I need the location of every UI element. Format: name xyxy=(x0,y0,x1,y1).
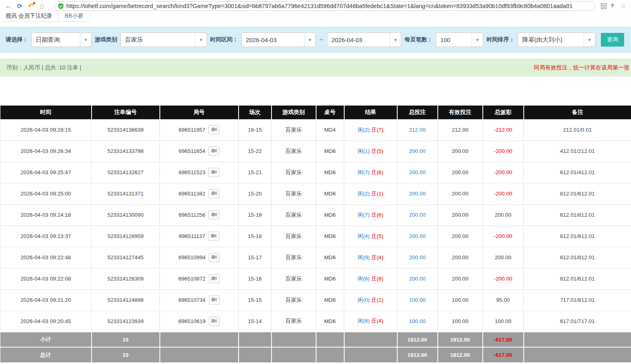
cell-game-category: 百家乐 xyxy=(272,204,316,226)
video-camera-icon xyxy=(211,233,216,239)
game-category-select[interactable]: 百家乐 ▼ xyxy=(120,33,207,47)
video-replay-button[interactable] xyxy=(208,146,219,156)
sort-order-label: 时间排序： xyxy=(486,36,515,43)
cell-session: 15-21 xyxy=(239,162,272,183)
total-bet-link[interactable]: 200.00 xyxy=(409,191,425,197)
browser-toolbar: ← ⟳ ↶ ⌂ https://iohetf.com/game/betrecor… xyxy=(0,0,631,12)
info-bar: 币别：人民币 | 总共 :10 注单 | 同局有效投注，统一计算在该局第一张 xyxy=(0,59,631,77)
cell-session: 15-18 xyxy=(239,226,272,247)
cell-time: 2026-04-03 09:28:15 xyxy=(0,119,92,140)
total-bet-link[interactable]: 100.00 xyxy=(409,297,425,303)
result-player: 闲(4) xyxy=(358,233,370,239)
cell-bet-id: 523314132627 xyxy=(92,162,160,183)
page-size-label: 每页笔数： xyxy=(404,36,433,43)
sort-order-select[interactable]: 降幂(由大到小) ▼ xyxy=(518,33,595,47)
cell-round: 696511523 xyxy=(160,162,239,183)
search-button[interactable]: 查询 xyxy=(601,33,624,47)
video-camera-icon xyxy=(211,148,217,154)
summary-empty-cell xyxy=(239,332,272,347)
cell-session: 15-14 xyxy=(239,311,272,332)
cell-bet-id: 523314130090 xyxy=(92,204,160,226)
video-replay-button[interactable] xyxy=(208,232,219,241)
cell-round: 696510872 xyxy=(160,268,239,289)
cell-result: 闲(2) 庄(7) xyxy=(344,119,397,140)
time-range-label: 时间区间： xyxy=(210,36,238,43)
video-replay-button[interactable] xyxy=(209,274,220,283)
page-size-value: 100 xyxy=(440,37,450,43)
refresh-icon[interactable]: ⟳ xyxy=(14,1,25,11)
cell-total-bet: 200.00 xyxy=(397,268,438,289)
cell-table-no: MD4 xyxy=(316,119,344,140)
cell-game-category: 百家乐 xyxy=(272,247,316,268)
total-bet-link[interactable]: 200.00 xyxy=(409,169,425,175)
table-row: 2026-04-03 09:22:08523314126309696510872… xyxy=(0,268,631,289)
cell-payout: -200.00 xyxy=(483,140,524,162)
table-row: 2026-04-03 09:25:00523314131371696511382… xyxy=(0,183,631,204)
total-bet-link[interactable]: 200.00 xyxy=(409,148,425,154)
summary-total-bet: 1812.00 xyxy=(397,332,438,347)
video-replay-button[interactable] xyxy=(209,317,220,326)
total-bet-link[interactable]: 200.00 xyxy=(409,276,425,282)
result-banker: 庄(5) xyxy=(371,148,383,154)
result-player: 闲(6) xyxy=(358,276,370,282)
cell-total-bet: 100.00 xyxy=(397,311,438,332)
back-icon[interactable]: ← xyxy=(3,1,14,11)
security-shield-icon xyxy=(58,3,63,9)
summary-label: 总计 xyxy=(0,347,92,362)
cell-valid-bet: 200.00 xyxy=(438,247,483,268)
video-replay-button[interactable] xyxy=(208,125,219,134)
total-bet-link[interactable]: 200.00 xyxy=(409,254,425,260)
chevron-down-icon: ▼ xyxy=(80,33,91,47)
bookmark-star-icon[interactable]: ☆ xyxy=(618,2,628,10)
cell-valid-bet: 200.00 xyxy=(438,226,483,247)
cell-payout: 100.00 xyxy=(483,311,524,332)
video-replay-button[interactable] xyxy=(209,253,220,262)
column-header-session: 场次 xyxy=(239,106,272,119)
undo-icon[interactable]: ↶ xyxy=(26,1,36,11)
page-size-select[interactable]: 100 ▼ xyxy=(436,33,483,47)
cell-round: 696511137 xyxy=(160,226,239,247)
cell-total-bet: 200.00 xyxy=(397,247,438,268)
cell-remark: 617.01/717.01 xyxy=(524,311,631,332)
video-camera-icon xyxy=(211,318,217,324)
address-bar[interactable]: https://iohetf.com/game/betrecord_search… xyxy=(54,1,595,11)
cell-round: 696510994 xyxy=(160,247,239,268)
tab-bar: 视讯 会员下注纪录 BB小赛 xyxy=(0,12,631,22)
tab-bb-game[interactable]: BB小赛 xyxy=(58,12,90,21)
cell-payout: -200.00 xyxy=(483,226,524,247)
date-from-select[interactable]: 2026-04-03 ▼ xyxy=(241,33,316,47)
result-banker: 庄(6) xyxy=(371,212,383,218)
cell-bet-id: 523314124898 xyxy=(92,289,160,311)
apps-grid-icon[interactable] xyxy=(601,3,607,9)
notification-dot xyxy=(33,2,35,4)
summary-empty-cell xyxy=(344,332,397,347)
total-bet-link[interactable]: 100.00 xyxy=(409,318,425,324)
result-banker: 庄(8) xyxy=(371,276,383,282)
video-replay-button[interactable] xyxy=(208,168,219,177)
tab-bet-record[interactable]: 视讯 会员下注纪录 xyxy=(3,12,58,21)
summary-empty-cell xyxy=(239,347,272,362)
home-icon[interactable]: ⌂ xyxy=(37,1,47,11)
cell-valid-bet: 200.00 xyxy=(438,204,483,226)
total-bet-link[interactable]: 200.00 xyxy=(409,212,425,218)
round-number: 696511957 xyxy=(179,127,206,133)
date-to-select[interactable]: 2026-04-03 ▼ xyxy=(327,33,401,47)
summary-row: 总计101812.001812.00-617.00 xyxy=(0,347,631,362)
summary-count: 10 xyxy=(92,347,160,362)
summary-payout: -617.00 xyxy=(483,332,524,347)
summary-label: 小计 xyxy=(0,332,92,347)
total-bet-link[interactable]: 200.00 xyxy=(409,233,425,239)
video-replay-button[interactable] xyxy=(209,295,220,305)
table-row: 2026-04-03 09:28:15523314136639696511957… xyxy=(0,119,631,140)
query-type-select[interactable]: 日期查询 ▼ xyxy=(31,33,92,47)
cell-round: 696511256 xyxy=(160,204,239,226)
cell-remark: 717.01/812.01 xyxy=(524,289,631,311)
cell-result: 闲(6) 庄(4) xyxy=(344,311,397,332)
total-bet-link[interactable]: 212.00 xyxy=(409,127,425,133)
cell-game-category: 百家乐 xyxy=(272,183,316,204)
result-banker: 庄(7) xyxy=(371,127,383,133)
video-replay-button[interactable] xyxy=(208,189,219,198)
chevron-down-icon: ▼ xyxy=(195,33,206,47)
video-replay-button[interactable] xyxy=(208,210,219,220)
lightning-icon[interactable] xyxy=(608,2,617,10)
